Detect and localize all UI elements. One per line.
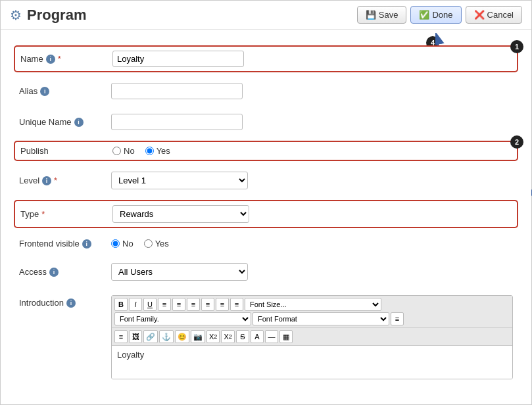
frontend-no-radio[interactable] bbox=[111, 239, 120, 248]
name-info-icon[interactable]: i bbox=[46, 55, 55, 64]
name-label: Name i * bbox=[20, 54, 112, 64]
alias-row: Alias i bbox=[14, 79, 518, 103]
unique-name-info-icon[interactable]: i bbox=[74, 118, 84, 127]
main-content: 4 Name i * 1 bbox=[1, 30, 531, 399]
italic-button[interactable]: I bbox=[129, 298, 142, 311]
save-icon: 💾 bbox=[366, 10, 376, 20]
type-label: Type * bbox=[20, 209, 112, 219]
publish-yes-option[interactable]: Yes bbox=[145, 146, 170, 156]
frontend-visible-info-icon[interactable]: i bbox=[82, 239, 91, 249]
header-buttons: 💾 Save ✅ Done ❌ Cancel bbox=[357, 6, 522, 24]
editor-toolbar-1: B I U ≡ ≡ ≡ ≡ ≡ ≡ Font Size... Font Fami… bbox=[112, 296, 512, 328]
editor-content[interactable]: Loyalty bbox=[112, 346, 512, 379]
frontend-yes-option[interactable]: Yes bbox=[144, 239, 169, 249]
type-control: Rewards bbox=[112, 205, 512, 223]
introduction-label: Introduction i bbox=[19, 295, 111, 308]
program-icon: ⚙ bbox=[10, 7, 22, 23]
level-control: Level 1 bbox=[111, 172, 513, 189]
access-select[interactable]: All Users bbox=[111, 263, 248, 281]
alias-input[interactable] bbox=[111, 83, 243, 99]
type-select[interactable]: Rewards bbox=[112, 205, 249, 223]
level-label: Level i * bbox=[19, 176, 111, 185]
font-family-select[interactable]: Font Family. bbox=[114, 312, 251, 325]
access-label: Access i bbox=[19, 267, 111, 277]
frontend-visible-row: Frontend visible i No Yes bbox=[14, 235, 518, 252]
align-center-button[interactable]: ≡ bbox=[172, 298, 185, 311]
name-control bbox=[112, 51, 512, 67]
toolbar-btn-sup[interactable]: X2 bbox=[221, 330, 234, 343]
toolbar-btn-smiley[interactable]: 😊 bbox=[175, 330, 189, 343]
underline-button[interactable]: U bbox=[143, 298, 157, 311]
toolbar-btn-img[interactable]: 🖼 bbox=[129, 330, 142, 343]
publish-no-radio[interactable] bbox=[112, 147, 121, 155]
align-left-button[interactable]: ≡ bbox=[158, 298, 171, 311]
introduction-info-icon[interactable]: i bbox=[66, 298, 76, 308]
editor-toolbar-2: ≡ 🖼 🔗 ⚓ 😊 📷 X2 X2 S A — ▦ bbox=[112, 328, 512, 346]
access-row: Access i All Users bbox=[14, 259, 518, 285]
unordered-list-button[interactable]: ≡ bbox=[230, 298, 243, 311]
publish-no-option[interactable]: No bbox=[112, 146, 135, 156]
access-info-icon[interactable]: i bbox=[49, 268, 59, 277]
publish-control: No Yes bbox=[112, 146, 512, 156]
unique-name-label: Unique Name i bbox=[19, 117, 111, 127]
alias-info-icon[interactable]: i bbox=[40, 87, 49, 96]
save-button[interactable]: 💾 Save bbox=[357, 6, 407, 24]
alias-label: Alias i bbox=[19, 86, 111, 96]
publish-row: Publish No Yes 2 bbox=[14, 141, 518, 161]
toolbar-btn-media[interactable]: 📷 bbox=[191, 330, 205, 343]
alias-control bbox=[111, 83, 513, 99]
ordered-list-button[interactable]: ≡ bbox=[216, 298, 229, 311]
publish-yes-radio[interactable] bbox=[145, 147, 154, 155]
annotation-bubble-1: 1 bbox=[510, 40, 523, 53]
frontend-visible-radio-group: No Yes bbox=[111, 239, 513, 249]
name-input[interactable] bbox=[112, 51, 244, 67]
introduction-row: Introduction i B I U ≡ ≡ ≡ ≡ ≡ ≡ Font Si… bbox=[14, 291, 518, 383]
level-info-icon[interactable]: i bbox=[42, 176, 51, 185]
type-required: * bbox=[41, 209, 45, 219]
cancel-button[interactable]: ❌ Cancel bbox=[466, 6, 522, 24]
type-row: Type * Rewards bbox=[14, 200, 518, 228]
toolbar-btn-style2[interactable]: — bbox=[265, 330, 278, 343]
indent-button[interactable]: ≡ bbox=[391, 312, 404, 325]
bold-button[interactable]: B bbox=[114, 298, 128, 311]
frontend-visible-control: No Yes bbox=[111, 239, 513, 249]
annotation-bubble-2: 2 bbox=[510, 135, 523, 149]
header: ⚙ Program 💾 Save ✅ Done ❌ Cancel bbox=[1, 1, 531, 30]
frontend-visible-label: Frontend visible i bbox=[19, 239, 111, 249]
toolbar-btn-anchor[interactable]: ⚓ bbox=[159, 330, 174, 343]
font-size-select[interactable]: Font Size... bbox=[245, 298, 381, 311]
unique-name-input[interactable] bbox=[111, 114, 243, 130]
level-row: Level i * Level 1 3 bbox=[14, 168, 518, 193]
toolbar-btn-link[interactable]: 🔗 bbox=[143, 330, 158, 343]
introduction-editor-wrapper: B I U ≡ ≡ ≡ ≡ ≡ ≡ Font Size... Font Fami… bbox=[111, 295, 513, 379]
publish-label: Publish bbox=[20, 146, 112, 156]
toolbar-btn-table[interactable]: ▦ bbox=[279, 330, 293, 343]
toolbar-btn-sub[interactable]: X2 bbox=[206, 330, 220, 343]
frontend-no-option[interactable]: No bbox=[111, 239, 133, 249]
cancel-icon: ❌ bbox=[474, 10, 485, 20]
access-control: All Users bbox=[111, 263, 513, 281]
frontend-yes-radio[interactable] bbox=[144, 239, 153, 248]
level-required: * bbox=[54, 176, 57, 185]
toolbar-btn-indent-left[interactable]: ≡ bbox=[114, 330, 128, 343]
done-icon: ✅ bbox=[419, 10, 429, 20]
name-required: * bbox=[58, 54, 61, 64]
unique-name-row: Unique Name i bbox=[14, 110, 518, 134]
font-format-select[interactable]: Font Format bbox=[253, 312, 389, 325]
toolbar-btn-style1[interactable]: A bbox=[251, 330, 264, 343]
publish-radio-group: No Yes bbox=[112, 146, 512, 156]
name-row: Name i * 1 bbox=[14, 45, 518, 72]
header-left: ⚙ Program bbox=[10, 7, 86, 24]
page-title: Program bbox=[27, 7, 86, 24]
done-button[interactable]: ✅ Done bbox=[410, 6, 461, 24]
level-select[interactable]: Level 1 bbox=[111, 172, 248, 189]
unique-name-control bbox=[111, 114, 513, 130]
toolbar-btn-strikethrough[interactable]: S bbox=[236, 330, 249, 343]
page-wrapper: ⚙ Program 💾 Save ✅ Done ❌ Cancel 4 bbox=[0, 0, 532, 405]
justify-button[interactable]: ≡ bbox=[201, 298, 214, 311]
align-right-button[interactable]: ≡ bbox=[187, 298, 200, 311]
